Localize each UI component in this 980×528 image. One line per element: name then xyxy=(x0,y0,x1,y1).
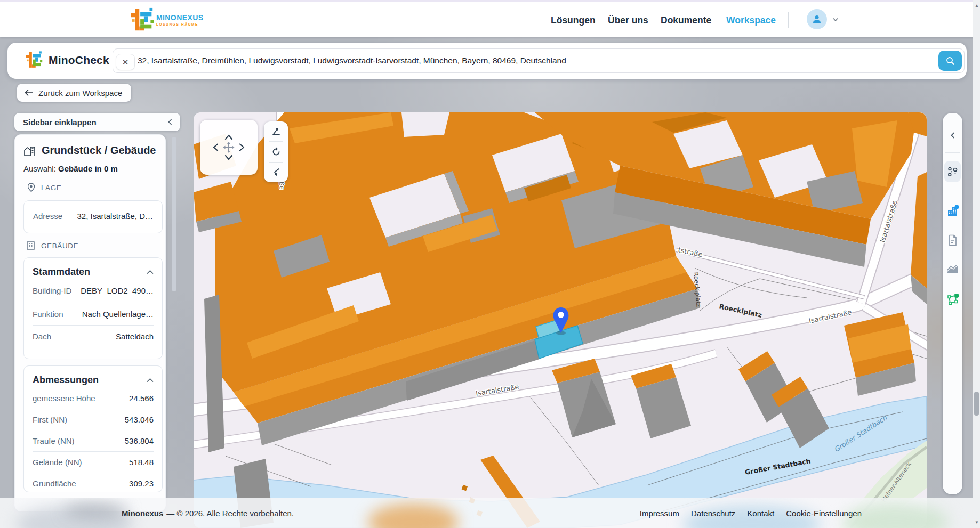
row-value: 309.23 xyxy=(129,479,154,488)
polygon-icon xyxy=(946,293,959,306)
sidebar-collapse-icon xyxy=(167,119,173,125)
building-grid-icon xyxy=(27,241,35,250)
row-value: Satteldach xyxy=(116,332,154,341)
person-icon xyxy=(812,14,822,25)
map-canvas[interactable]: Isartalstraße Isartalstraße Isartalstraß… xyxy=(194,112,927,528)
minocheck-logo-icon xyxy=(25,51,44,70)
row-value: 518.48 xyxy=(129,458,154,467)
location-pin-icon xyxy=(28,183,35,192)
page-footer: Minonexus— © 2026. Alle Rechte vorbehalt… xyxy=(0,498,980,528)
gebaeude-section-header: GEBÄUDE xyxy=(27,241,78,250)
page-scrollbar[interactable]: ▲ ▼ xyxy=(973,0,980,528)
nav-divider xyxy=(788,12,789,28)
app-header: MINONEXUS LÖSUNGS-RÄUME Lösungen Über un… xyxy=(0,0,980,37)
rotate-tool[interactable] xyxy=(264,142,288,161)
footer-link-impressum[interactable]: Impressum xyxy=(640,509,679,518)
map-tool-column xyxy=(264,121,288,182)
route-icon xyxy=(947,167,958,177)
adresse-value: 32, Isartalstraße, D… xyxy=(77,212,153,221)
route-tool-button[interactable] xyxy=(944,161,961,182)
collapse-chevron-icon[interactable] xyxy=(147,270,154,274)
sidebar-scrollbar[interactable] xyxy=(172,137,176,291)
nav-ueber-uns[interactable]: Über uns xyxy=(608,2,648,39)
stammdaten-card: Stammdaten Building-ID DEBY_LOD2_490… Fu… xyxy=(23,257,163,359)
row-label: First (NN) xyxy=(33,415,67,424)
nav-loesungen[interactable]: Lösungen xyxy=(551,2,596,39)
footer-link-cookies[interactable]: Cookie-Einstellungen xyxy=(786,509,862,518)
clear-search-button[interactable]: ✕ xyxy=(116,54,135,70)
document-tool-button[interactable] xyxy=(943,234,962,246)
arrow-left-icon xyxy=(25,89,33,96)
row-value: 543.046 xyxy=(125,415,154,424)
brand-name: MINONEXUS xyxy=(156,13,203,22)
row-label: Gelände (NN) xyxy=(33,458,82,467)
row-value: 24.566 xyxy=(129,394,154,403)
nav-dokumente[interactable]: Dokumente xyxy=(661,2,711,39)
scrollbar-thumb[interactable] xyxy=(974,392,979,416)
row-label: Dach xyxy=(33,332,51,341)
map-pan-control[interactable] xyxy=(200,120,258,175)
search-input[interactable]: ✕ 32, Isartalstraße, Dreimühlen, Ludwigs… xyxy=(113,48,965,73)
abmessungen-card: Abmessungen gemessene Höhe 24.566 First … xyxy=(23,365,163,492)
search-bar-card: MinoCheck ✕ 32, Isartalstraße, Dreimühle… xyxy=(7,43,967,79)
sidebar-collapse-bar[interactable]: Sidebar einklappen xyxy=(14,113,180,131)
rail-collapse-button[interactable] xyxy=(943,132,962,139)
footer-links: Impressum Datenschutz Kontakt Cookie-Ein… xyxy=(640,498,862,528)
adresse-box: Adresse 32, Isartalstraße, D… xyxy=(23,200,163,233)
pan-center-icon xyxy=(223,142,235,153)
nav-workspace[interactable]: Workspace xyxy=(726,2,776,39)
footer-copyright: Minonexus— © 2026. Alle Rechte vorbehalt… xyxy=(122,498,294,528)
pan-right-icon xyxy=(240,144,244,151)
row-label: Funktion xyxy=(33,310,63,319)
sidebar-collapse-label: Sidebar einklappen xyxy=(23,118,97,127)
row-label: Traufe (NN) xyxy=(33,436,75,445)
document-icon xyxy=(947,234,958,246)
row-value: 536.804 xyxy=(125,436,154,445)
row-label: Grundfläche xyxy=(33,479,76,488)
chart-icon xyxy=(947,265,959,273)
row-value: DEBY_LOD2_490… xyxy=(81,286,154,295)
abmessungen-title: Abmessungen xyxy=(33,375,99,386)
search-button[interactable] xyxy=(938,51,962,71)
buildings-tool-button[interactable] xyxy=(943,205,962,217)
buildings-icon xyxy=(946,205,959,217)
minocheck-brand: MinoCheck xyxy=(25,51,109,70)
polygon-tool-button[interactable] xyxy=(943,293,962,306)
row-value: Nach Quellenlage… xyxy=(82,310,154,319)
sidebar-title: Grundstück / Gebäude xyxy=(42,144,156,157)
row-label: Building-ID xyxy=(33,286,76,295)
footer-link-kontakt[interactable]: Kontakt xyxy=(747,509,774,518)
avatar-chevron-icon[interactable] xyxy=(832,16,839,26)
adresse-label: Adresse xyxy=(33,212,62,221)
pan-up-icon xyxy=(226,135,232,139)
sidebar-panel: Grundstück / Gebäude Auswahl: Gebäude in… xyxy=(14,134,166,511)
chart-tool-button[interactable] xyxy=(943,265,962,273)
right-toolbar xyxy=(943,113,962,494)
pan-left-icon xyxy=(214,144,218,151)
collapse-chevron-icon[interactable] xyxy=(147,378,154,383)
footer-link-datenschutz[interactable]: Datenschutz xyxy=(691,509,735,518)
map-svg: Isartalstraße Isartalstraße Isartalstraß… xyxy=(194,112,927,528)
page: Isartalstraße Isartalstraße Isartalstraß… xyxy=(0,0,980,528)
bearing-tool[interactable] xyxy=(264,163,288,182)
brand-logo-icon xyxy=(131,7,154,34)
property-icon xyxy=(24,145,36,156)
user-avatar[interactable] xyxy=(807,9,827,29)
row-label: gemessene Höhe xyxy=(33,394,95,403)
back-to-workspace-button[interactable]: Zurück zum Workspace xyxy=(17,84,131,102)
brand-logo[interactable]: MINONEXUS LÖSUNGS-RÄUME xyxy=(131,7,203,34)
minocheck-title: MinoCheck xyxy=(49,54,109,67)
pan-down-icon xyxy=(226,156,232,159)
selection-info: Auswahl: Gebäude in 0 m xyxy=(23,164,118,173)
brand-subtitle: LÖSUNGS-RÄUME xyxy=(156,22,203,26)
back-button-label: Zurück zum Workspace xyxy=(38,88,122,98)
measure-angle-tool[interactable] xyxy=(264,121,288,141)
search-input-value[interactable]: 32, Isartalstraße, Dreimühlen, Ludwigsvo… xyxy=(138,49,927,72)
lage-section-header: LAGE xyxy=(28,183,61,192)
search-icon xyxy=(946,56,955,66)
stammdaten-title: Stammdaten xyxy=(33,266,90,278)
